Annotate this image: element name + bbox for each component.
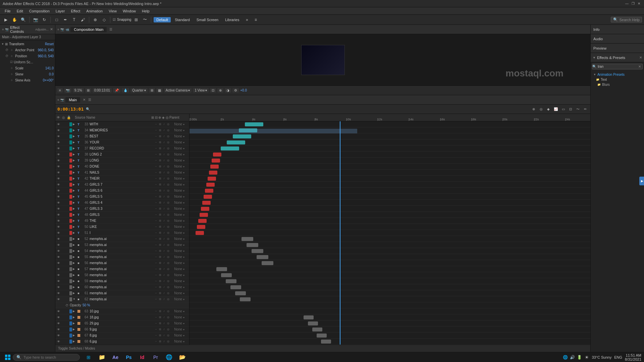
layer-row[interactable]: 👁 ▶ ■ 55 memphis.ai ~ ⊟ / ◎ None ▾ bbox=[55, 254, 189, 260]
layer-collapse-icon[interactable]: ⊟ bbox=[158, 243, 162, 247]
layer-effects-icon[interactable]: ◎ bbox=[166, 122, 170, 126]
layer-collapse-icon[interactable]: ⊟ bbox=[158, 201, 162, 205]
layer-eye-icon[interactable]: 👁 bbox=[56, 237, 61, 241]
layer-eye-icon[interactable]: 👁 bbox=[56, 310, 61, 313]
layer-row[interactable]: 👁 ▶ ■ 54 memphis.ai ~ ⊟ / ◎ None ▾ bbox=[55, 248, 189, 254]
layer-eye-icon[interactable]: 👁 bbox=[56, 243, 61, 247]
text-tool[interactable]: T bbox=[70, 16, 78, 23]
layer-expand-icon[interactable]: ▶ bbox=[73, 286, 76, 289]
tl-keyframe-btn[interactable]: ◆ bbox=[545, 106, 551, 112]
layer-quality-icon[interactable]: / bbox=[162, 189, 166, 193]
opacity-value[interactable]: 50 % bbox=[83, 303, 90, 307]
layer-shy-icon[interactable]: ~ bbox=[154, 225, 158, 229]
layer-quality-icon[interactable]: / bbox=[162, 321, 166, 325]
maximize-button[interactable]: ❐ bbox=[631, 1, 635, 6]
layer-collapse-icon[interactable]: ⊟ bbox=[158, 207, 162, 211]
layer-expand-icon[interactable]: ▶ bbox=[73, 153, 76, 156]
layer-row[interactable]: 👁 ▶ T 45 GIRLS 5 ~ ⊟ / ◎ None ▾ bbox=[55, 194, 189, 200]
layer-row[interactable]: 👁 ▶ 🖼 68 6.jpg ~ ⊟ / ◎ None ▾ bbox=[55, 339, 189, 345]
hand-tool[interactable]: ✋ bbox=[11, 16, 18, 23]
taskbar-chrome-icon[interactable]: 🌐 bbox=[163, 353, 175, 362]
layer-shy-icon[interactable]: ~ bbox=[154, 231, 158, 235]
layer-eye-icon[interactable]: 👁 bbox=[56, 135, 61, 138]
layer-quality-icon[interactable]: / bbox=[162, 122, 166, 126]
layer-expand-icon[interactable]: ▼ bbox=[73, 298, 76, 301]
layer-effects-icon[interactable]: ◎ bbox=[166, 231, 170, 235]
layer-collapse-icon[interactable]: ⊟ bbox=[158, 159, 162, 163]
camera-dropdown[interactable]: Active Camera ▾ bbox=[164, 88, 192, 93]
layer-effects-icon[interactable]: ◎ bbox=[166, 177, 170, 181]
layer-effects-icon[interactable]: ◎ bbox=[166, 243, 170, 247]
tl-options-icon[interactable]: ☰ bbox=[88, 98, 91, 102]
layer-row[interactable]: 👁 ▶ 🖼 67 8.jpg ~ ⊟ / ◎ None ▾ bbox=[55, 333, 189, 339]
layer-shy-icon[interactable]: ~ bbox=[154, 309, 158, 313]
tl-search-btn[interactable]: 🔍 bbox=[85, 106, 91, 112]
quality-dropdown[interactable]: Quarter ▾ bbox=[130, 88, 148, 93]
layer-collapse-icon[interactable]: ⊟ bbox=[158, 219, 162, 223]
position-value[interactable]: 960.0, 540 bbox=[38, 54, 54, 58]
effects-search-input[interactable] bbox=[596, 64, 637, 69]
layer-effects-icon[interactable]: ◎ bbox=[166, 146, 170, 150]
layer-expand-icon[interactable]: ▶ bbox=[73, 195, 76, 198]
layer-expand-icon[interactable]: ▶ bbox=[73, 141, 76, 144]
start-button[interactable] bbox=[3, 353, 13, 361]
layer-shy-icon[interactable]: ~ bbox=[154, 327, 158, 331]
layer-shy-icon[interactable]: ~ bbox=[154, 207, 158, 211]
layer-collapse-icon[interactable]: ⊟ bbox=[158, 140, 162, 144]
layer-row[interactable]: 👁 ▶ T 40 DONE ~ ⊟ / ◎ None ▾ bbox=[55, 164, 189, 170]
layer-quality-icon[interactable]: / bbox=[162, 207, 166, 211]
layer-expand-icon[interactable]: ▶ bbox=[73, 231, 76, 234]
layer-row[interactable]: 👁 ▼ ■ 62 memphis.ai ~ ⊟ / ◎ None ▾ bbox=[55, 296, 189, 302]
minimize-button[interactable]: — bbox=[625, 1, 629, 6]
layer-quality-icon[interactable]: / bbox=[162, 315, 166, 319]
effects-search-clear[interactable]: ✕ bbox=[637, 64, 642, 69]
layer-effects-icon[interactable]: ◎ bbox=[166, 153, 170, 157]
layer-expand-icon[interactable]: ▶ bbox=[73, 129, 76, 132]
layer-quality-icon[interactable]: / bbox=[162, 201, 166, 205]
layer-row[interactable]: 👁 ▶ T 42 THEIR ~ ⊟ / ◎ None ▾ bbox=[55, 176, 189, 182]
menu-layer[interactable]: Layer bbox=[53, 8, 68, 14]
snapping-icon[interactable]: ⊞ bbox=[132, 16, 140, 23]
layer-quality-icon[interactable]: / bbox=[162, 273, 166, 277]
layer-shy-icon[interactable]: ~ bbox=[154, 285, 158, 289]
menu-edit[interactable]: Edit bbox=[14, 8, 26, 14]
layer-collapse-icon[interactable]: ⊟ bbox=[158, 321, 162, 325]
tl-draft-btn[interactable]: ✏ bbox=[582, 106, 588, 112]
info-tab[interactable]: Info bbox=[591, 25, 644, 34]
layer-effects-icon[interactable]: ◎ bbox=[166, 273, 170, 277]
layer-quality-icon[interactable]: / bbox=[162, 297, 166, 301]
menu-file[interactable]: File bbox=[2, 8, 13, 14]
layer-shy-icon[interactable]: ~ bbox=[154, 146, 158, 150]
layer-quality-icon[interactable]: / bbox=[162, 140, 166, 144]
prop-anchor-point[interactable]: ⏱ ○ Anchor Point 960.0, 540 bbox=[0, 47, 55, 53]
layer-expand-icon[interactable]: ▶ bbox=[73, 225, 76, 228]
comp-options-icon[interactable]: ☰ bbox=[109, 27, 112, 31]
layer-quality-icon[interactable]: / bbox=[162, 128, 166, 132]
layer-expand-icon[interactable]: ▶ bbox=[73, 183, 76, 186]
layer-row[interactable]: 👁 ▶ ■ 52 memphis.ai ~ ⊟ / ◎ None ▾ bbox=[55, 236, 189, 242]
layer-effects-icon[interactable]: ◎ bbox=[166, 261, 170, 265]
toggle-switches-bar[interactable]: Toggle Switches / Modes bbox=[55, 345, 590, 352]
layer-eye-icon[interactable]: 👁 bbox=[56, 255, 61, 259]
menu-view[interactable]: View bbox=[106, 8, 119, 14]
layer-row[interactable]: 👁 ▶ ■ 61 memphis.ai ~ ⊟ / ◎ None ▾ bbox=[55, 290, 189, 296]
layer-shy-icon[interactable]: ~ bbox=[154, 243, 158, 247]
layer-expand-icon[interactable]: ▶ bbox=[73, 201, 76, 204]
layer-row[interactable]: 👁 ▶ T 38 LONG 2 ~ ⊟ / ◎ None ▾ bbox=[55, 152, 189, 158]
layer-row[interactable]: 👁 ▶ T 50 LIKE ~ ⊟ / ◎ None ▾ bbox=[55, 224, 189, 230]
layer-shy-icon[interactable]: ~ bbox=[154, 128, 158, 132]
layer-collapse-icon[interactable]: ⊟ bbox=[158, 237, 162, 241]
layer-row[interactable]: 👁 ▶ ■ 56 memphis.ai ~ ⊟ / ◎ None ▾ bbox=[55, 260, 189, 266]
layer-expand-icon[interactable]: ▶ bbox=[73, 334, 76, 337]
timeline-tab-main[interactable]: Main bbox=[65, 97, 80, 103]
layer-row[interactable]: 👁 ▶ T 46 GIRLS 4 ~ ⊟ / ◎ None ▾ bbox=[55, 200, 189, 206]
layer-collapse-icon[interactable]: ⊟ bbox=[158, 273, 162, 277]
layer-effects-icon[interactable]: ◎ bbox=[166, 291, 170, 295]
taskbar-id-icon[interactable]: Id bbox=[136, 353, 148, 362]
layer-collapse-icon[interactable]: ⊟ bbox=[158, 165, 162, 169]
layer-effects-icon[interactable]: ◎ bbox=[166, 334, 170, 338]
layer-expand-icon[interactable]: ▶ bbox=[73, 177, 76, 180]
volume-icon[interactable]: 🔊 bbox=[570, 355, 575, 360]
position-stopwatch-icon[interactable]: ⏱ bbox=[5, 54, 8, 58]
layer-collapse-icon[interactable]: ⊟ bbox=[158, 340, 162, 344]
